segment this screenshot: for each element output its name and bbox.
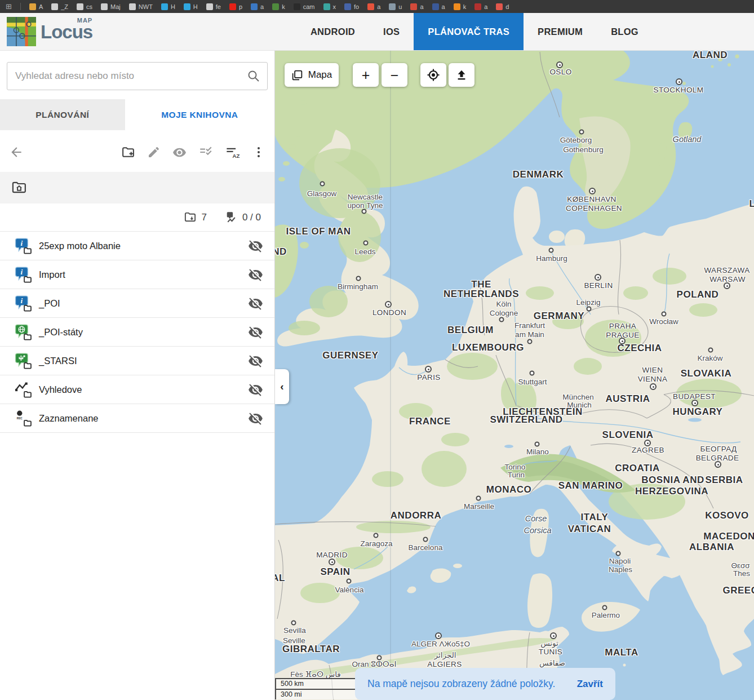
bookmark-item[interactable]: a (432, 3, 445, 10)
bookmark-item[interactable]: a (251, 3, 264, 10)
search-input[interactable] (7, 62, 268, 90)
list-item[interactable]: Vyhledove (0, 375, 274, 404)
bookmark-item[interactable]: a (410, 3, 423, 10)
bookmark-item[interactable]: p (229, 3, 242, 10)
bookmark-item[interactable]: a (367, 3, 380, 10)
map-label: Naples (609, 565, 632, 574)
bookmark-item[interactable]: NWT (129, 3, 153, 10)
zoom-out-button[interactable]: − (382, 63, 407, 87)
my-location-icon (427, 68, 440, 82)
bookmark-favicon (474, 3, 481, 10)
visibility-off-icon[interactable] (248, 353, 263, 369)
bookmark-item[interactable]: k (272, 3, 285, 10)
bookmark-item[interactable]: fo (344, 3, 359, 10)
bookmark-item[interactable]: H (161, 3, 175, 10)
upload-button[interactable] (449, 63, 474, 87)
bookmark-item[interactable]: cs (77, 3, 92, 10)
bookmark-favicon (29, 3, 36, 10)
bookmark-item[interactable]: d (496, 3, 509, 10)
nav-item-pl-nova-tras[interactable]: PLÁNOVAČ TRAS (414, 13, 524, 50)
map-label: Sevilla (283, 626, 306, 635)
list-item[interactable]: i25exp moto Albanie (0, 232, 274, 260)
more-menu-icon[interactable] (252, 145, 265, 159)
capital-city-dot (589, 188, 596, 194)
map-label: Turin (508, 471, 525, 479)
bookmark-item[interactable]: _Z (51, 3, 68, 10)
tab-moje-knihovna[interactable]: MOJE KNIHOVNA (125, 99, 274, 130)
list-item[interactable]: iImport (0, 260, 274, 289)
visibility-icon[interactable] (172, 145, 187, 160)
locus-map-logo[interactable]: LocusMAP (0, 13, 92, 50)
map-toast: Na mapě nejsou zobrazeny žádné položky. … (355, 668, 615, 700)
bookmark-item[interactable]: u (389, 3, 402, 10)
main-nav: ANDROIDIOSPLÁNOVAČ TRASPREMIUMBLOG (296, 13, 653, 50)
bookmark-item[interactable]: x (323, 3, 336, 10)
tab-pl-nov-n-[interactable]: PLÁNOVÁNÍ (0, 99, 125, 130)
map-label: Gotland (673, 135, 702, 144)
map-label: KOSOVO (705, 510, 749, 521)
nav-item-ios[interactable]: IOS (369, 13, 414, 50)
city-dot (602, 605, 607, 610)
sidebar-collapse-handle[interactable]: ‹ (275, 369, 289, 404)
city-dot (291, 621, 296, 626)
bookmark-item[interactable]: Maj (101, 3, 121, 10)
map-label: HUNGARY (673, 406, 723, 418)
list-item[interactable]: _POI-státy (0, 318, 274, 347)
list-item-label: _POI-státy (39, 327, 248, 338)
bookmark-item[interactable]: cam (294, 3, 315, 10)
select-list-icon[interactable] (198, 145, 213, 160)
capital-city-dot (425, 366, 432, 373)
nav-item-blog[interactable]: BLOG (597, 13, 653, 50)
map-label: Milano (526, 448, 549, 456)
bookmark-item[interactable]: k (454, 3, 467, 10)
visibility-off-icon[interactable] (248, 382, 263, 397)
map-label: GIBRALTAR (282, 644, 340, 655)
locus-logo-icon (7, 17, 36, 46)
create-folder-icon[interactable] (121, 145, 135, 160)
bookmark-favicon (389, 3, 396, 10)
locate-button[interactable] (420, 63, 446, 87)
visibility-off-icon[interactable] (248, 267, 263, 282)
map-label: COPENHAGEN (566, 204, 622, 212)
upload-icon (455, 69, 468, 81)
map-label: SLOVAKIA (681, 368, 732, 379)
list-item-label: 25exp moto Albanie (39, 241, 248, 251)
map-label: Corsica (524, 526, 551, 535)
back-icon[interactable] (9, 145, 24, 160)
map-layers-button[interactable]: Mapa (285, 63, 339, 87)
bookmark-label: a (260, 3, 264, 10)
logo-wordmark: LocusMAP (41, 23, 92, 41)
toast-close-button[interactable]: Zavřít (577, 679, 603, 690)
map-label: MACEDON (703, 531, 754, 542)
bookmark-item[interactable]: A (29, 3, 43, 10)
poi-info-folder-icon: i (15, 266, 32, 283)
map-label: PRAHA (609, 322, 637, 330)
list-item-label: _POI (39, 298, 248, 309)
bookmarks-separator (20, 3, 21, 10)
map-label: Cologne (490, 309, 518, 317)
list-item[interactable]: RECZaznamenane (0, 404, 274, 433)
nav-item-premium[interactable]: PREMIUM (524, 13, 597, 50)
nav-item-android[interactable]: ANDROID (296, 13, 369, 50)
bookmark-item[interactable]: fe (206, 3, 221, 10)
visibility-off-icon[interactable] (248, 296, 263, 311)
zoom-in-button[interactable]: + (353, 63, 379, 87)
list-item[interactable]: _STARSI (0, 347, 274, 375)
bookmark-item[interactable]: H (184, 3, 198, 10)
bookmark-favicon (229, 3, 236, 10)
list-item[interactable]: i_POI (0, 289, 274, 318)
home-folder-icon[interactable] (11, 180, 27, 196)
map-label: Kraków (697, 354, 722, 362)
map-canvas[interactable]: ALANDOSLOSTOCKHOLMGöteborgGothenburgGotl… (275, 51, 754, 700)
visibility-off-icon[interactable] (248, 411, 263, 426)
map-label: Stuttgart (518, 378, 547, 386)
visibility-off-icon[interactable] (248, 238, 263, 254)
apps-grid-icon[interactable]: ⊞ (6, 3, 12, 10)
bookmark-label: cam (303, 3, 315, 10)
bookmark-item[interactable]: a (474, 3, 487, 10)
search-icon[interactable] (247, 69, 260, 83)
visibility-off-icon[interactable] (248, 325, 263, 340)
edit-icon[interactable] (147, 145, 161, 159)
bookmark-label: a (377, 3, 380, 10)
sort-az-icon[interactable]: AZ (225, 145, 240, 160)
